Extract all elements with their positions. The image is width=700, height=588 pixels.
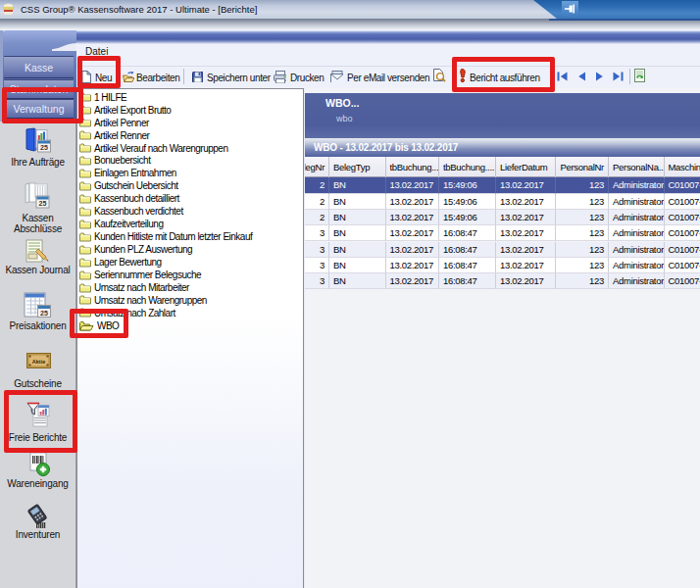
svg-text:25: 25 [40,310,48,317]
svg-text:25: 25 [40,144,48,151]
svg-text:Aktie: Aktie [32,359,45,365]
svg-text:25: 25 [39,200,47,207]
